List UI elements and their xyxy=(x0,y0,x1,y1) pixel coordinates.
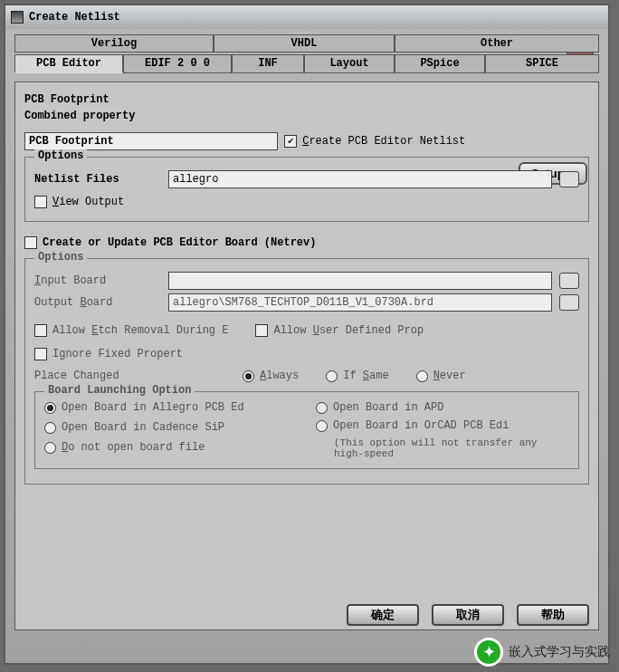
create-update-checkbox[interactable] xyxy=(24,236,37,249)
allow-etch-label: Allow Etch Removal During EAllow Etch Re… xyxy=(52,324,228,337)
launch-orcad-radio[interactable] xyxy=(316,420,328,432)
options-legend-2: Options xyxy=(34,251,87,264)
place-always-label: AlwaysAlways xyxy=(260,370,299,382)
create-netlist-checkbox[interactable] xyxy=(284,135,297,148)
place-never-label: NeverNever xyxy=(433,370,466,382)
launch-allegro-radio[interactable] xyxy=(44,402,56,414)
launch-donot-radio[interactable] xyxy=(44,442,56,454)
allow-user-checkbox[interactable] xyxy=(255,324,268,337)
launch-group: Board Launching Option Open Board in All… xyxy=(34,391,579,469)
place-always-radio[interactable] xyxy=(243,370,254,382)
tab-inf[interactable]: INF xyxy=(232,54,304,73)
ignore-fixed-label: Ignore Fixed PropertIgnore Fixed Propert xyxy=(52,348,183,360)
launch-donot-label: Do not open board fileDo not open board … xyxy=(62,441,205,454)
options-group-2: Options Input BoardInput Board Output Bo… xyxy=(24,258,589,485)
tab-pspice[interactable]: PSpice xyxy=(395,54,485,73)
launch-cadence-label: Open Board in Cadence SiP xyxy=(62,421,224,434)
output-board-label: Output BoardOutput Board xyxy=(34,296,161,309)
ignore-fixed-checkbox[interactable] xyxy=(34,348,47,360)
place-ifsame-label: If SameIf Same xyxy=(343,370,388,382)
tab-verilog[interactable]: Verilog xyxy=(14,34,214,53)
options-group-1: Options Netlist Files View OutputView Ou… xyxy=(24,157,589,222)
watermark-text: 嵌入式学习与实践 xyxy=(509,644,610,660)
netlist-files-label: Netlist Files xyxy=(34,173,161,186)
options-legend-1: Options xyxy=(34,149,87,162)
launch-apd-radio[interactable] xyxy=(316,402,328,414)
combined-property-label: Combined property xyxy=(24,110,589,122)
titlebar: Create Netlist xyxy=(5,5,608,29)
tab-strip: Verilog VHDL Other PCB Editor EDIF 2 0 0… xyxy=(14,34,599,78)
allow-etch-checkbox[interactable] xyxy=(34,324,47,337)
launch-allegro-label: Open Board in Allegro PCB Ed xyxy=(62,401,244,414)
launch-apd-label: Open Board in APD xyxy=(333,401,443,414)
launch-legend: Board Launching Option xyxy=(44,384,195,397)
footprint-input[interactable] xyxy=(24,132,278,150)
launch-orcad-label: Open Board in OrCAD PCB Edi xyxy=(333,419,509,432)
tab-vhdl[interactable]: VHDL xyxy=(214,34,395,53)
main-panel: PCB Footprint Combined property CCreate … xyxy=(14,82,599,630)
footprint-heading: PCB Footprint xyxy=(24,93,589,106)
tab-edif[interactable]: EDIF 2 0 0 xyxy=(123,54,232,73)
launch-orcad-note: (This option will not transfer any high-… xyxy=(316,437,569,459)
output-board-browse[interactable] xyxy=(559,294,579,311)
app-icon xyxy=(11,11,24,24)
output-board-input[interactable] xyxy=(168,293,552,312)
tab-layout[interactable]: Layout xyxy=(304,54,395,73)
input-board-browse[interactable] xyxy=(559,273,579,289)
wechat-icon: ✦ xyxy=(474,638,503,667)
dialog-buttons: 确定 取消 帮助 xyxy=(347,604,589,626)
place-ifsame-radio[interactable] xyxy=(326,370,338,382)
allow-user-label: Allow User Defined PropAllow User Define… xyxy=(273,324,424,337)
view-output-label: View OutputView Output xyxy=(52,196,124,208)
watermark: ✦ 嵌入式学习与实践 xyxy=(474,638,610,667)
window-title: Create Netlist xyxy=(29,11,120,24)
cancel-button[interactable]: 取消 xyxy=(432,604,504,626)
tab-other[interactable]: Other xyxy=(395,34,599,53)
place-never-radio[interactable] xyxy=(416,370,428,382)
tab-spice[interactable]: SPICE xyxy=(485,54,599,73)
help-button[interactable]: 帮助 xyxy=(517,604,589,626)
place-changed-label: Place Changed xyxy=(34,370,215,382)
netlist-files-input[interactable] xyxy=(168,170,552,188)
view-output-checkbox[interactable] xyxy=(34,196,47,208)
netlist-files-browse[interactable] xyxy=(559,171,579,187)
create-netlist-label: CCreate PCB Editor Netlistreate PCB Edit… xyxy=(302,135,465,148)
input-board-input[interactable] xyxy=(168,272,552,290)
input-board-label: Input BoardInput Board xyxy=(34,274,161,287)
tab-pcb-editor[interactable]: PCB Editor xyxy=(14,54,123,73)
launch-cadence-radio[interactable] xyxy=(44,422,56,434)
create-netlist-window: Create Netlist ✕ Verilog VHDL Other PCB … xyxy=(4,4,610,665)
ok-button[interactable]: 确定 xyxy=(347,604,419,626)
create-update-label: Create or Update PCB Editor Board (Netre… xyxy=(43,236,316,249)
